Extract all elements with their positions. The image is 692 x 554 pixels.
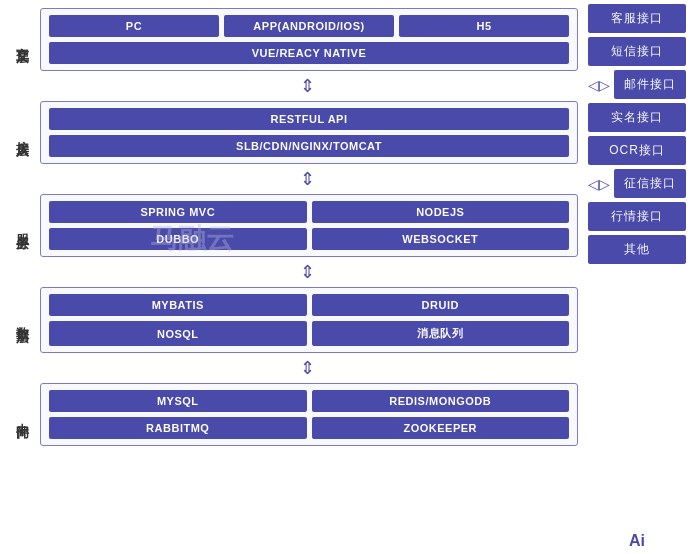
- ai-label: Ai: [588, 524, 686, 550]
- tech-dubbo: DUBBO: [49, 228, 307, 250]
- layer-label-data: 数据层: [8, 287, 36, 353]
- layer-box-interaction: PC APP(ANDROID/IOS) H5 VUE/REACY NATIVE: [40, 8, 578, 71]
- tech-mq: 消息队列: [312, 321, 570, 346]
- arrow-1: ⇕: [8, 170, 578, 188]
- tech-row-2-1: DUBBO WEBSOCKET: [49, 228, 569, 250]
- tech-nosql: NOSQL: [49, 321, 307, 346]
- tech-zookeeper: ZOOKEEPER: [312, 417, 570, 439]
- tech-row-4-1: RABBITMQ ZOOKEEPER: [49, 417, 569, 439]
- tech-nodejs: NODEJS: [312, 201, 570, 223]
- tech-row-1-1: SLB/CDN/NGINX/TOMCAT: [49, 135, 569, 157]
- layer-data: 数据层 MYBATIS DRUID NOSQL 消息队列: [8, 287, 578, 353]
- arrow-2: ⇕: [8, 263, 578, 281]
- sidebar-btn-0[interactable]: 客服接口: [588, 4, 686, 33]
- layer-interaction: 交互层 PC APP(ANDROID/IOS) H5 VUE/REACY NAT…: [8, 8, 578, 71]
- tech-websocket: WEBSOCKET: [312, 228, 570, 250]
- tech-rabbitmq: RABBITMQ: [49, 417, 307, 439]
- tech-row-1-0: RESTFUL API: [49, 108, 569, 130]
- layer-box-data: MYBATIS DRUID NOSQL 消息队列: [40, 287, 578, 353]
- tech-h5: H5: [399, 15, 569, 37]
- tech-row-0-1: VUE/REACY NATIVE: [49, 42, 569, 64]
- layer-service: 服务层 SPRING MVC NODEJS DUBBO WEBSOCKET: [8, 194, 578, 257]
- layer-box-middleware: MYSQL REDIS/MONGODB RABBITMQ ZOOKEEPER: [40, 383, 578, 446]
- sidebar-btn-7[interactable]: 其他: [588, 235, 686, 264]
- sidebar-btn-2[interactable]: 邮件接口: [614, 70, 686, 99]
- layer-label-interaction: 交互层: [8, 8, 36, 71]
- arrow-0: ⇕: [8, 77, 578, 95]
- sidebar-btn-4[interactable]: OCR接口: [588, 136, 686, 165]
- tech-row-3-1: NOSQL 消息队列: [49, 321, 569, 346]
- layer-label-service: 服务层: [8, 194, 36, 257]
- tech-app: APP(ANDROID/IOS): [224, 15, 394, 37]
- sidebar-btn-1[interactable]: 短信接口: [588, 37, 686, 66]
- layer-middleware: 中间件 MYSQL REDIS/MONGODB RABBITMQ ZOOKEEP…: [8, 383, 578, 446]
- tech-row-0-0: PC APP(ANDROID/IOS) H5: [49, 15, 569, 37]
- right-sidebar: 客服接口 短信接口 ◁▷ 邮件接口 实名接口 OCR接口 ◁▷ 征信接口 行情接…: [582, 0, 692, 554]
- tech-restful: RESTFUL API: [49, 108, 569, 130]
- tech-row-2-0: SPRING MVC NODEJS: [49, 201, 569, 223]
- arrow-3: ⇕: [8, 359, 578, 377]
- layer-box-service: SPRING MVC NODEJS DUBBO WEBSOCKET: [40, 194, 578, 257]
- main-content: 马融云 交互层 PC APP(ANDROID/IOS) H5 VUE/REACY…: [0, 0, 582, 554]
- layer-label-access: 接入层: [8, 101, 36, 164]
- tech-mysql: MYSQL: [49, 390, 307, 412]
- layer-label-middleware: 中间件: [8, 383, 36, 446]
- tech-springmvc: SPRING MVC: [49, 201, 307, 223]
- sidebar-btn-6[interactable]: 行情接口: [588, 202, 686, 231]
- tech-mybatis: MYBATIS: [49, 294, 307, 316]
- tech-redis: REDIS/MONGODB: [312, 390, 570, 412]
- tech-druid: DRUID: [312, 294, 570, 316]
- tech-row-4-0: MYSQL REDIS/MONGODB: [49, 390, 569, 412]
- tech-slb: SLB/CDN/NGINX/TOMCAT: [49, 135, 569, 157]
- sidebar-btn-5[interactable]: 征信接口: [614, 169, 686, 198]
- tech-row-3-0: MYBATIS DRUID: [49, 294, 569, 316]
- layer-box-access: RESTFUL API SLB/CDN/NGINX/TOMCAT: [40, 101, 578, 164]
- layer-access: 接入层 RESTFUL API SLB/CDN/NGINX/TOMCAT: [8, 101, 578, 164]
- sidebar-btn-3[interactable]: 实名接口: [588, 103, 686, 132]
- tech-vue: VUE/REACY NATIVE: [49, 42, 569, 64]
- tech-pc: PC: [49, 15, 219, 37]
